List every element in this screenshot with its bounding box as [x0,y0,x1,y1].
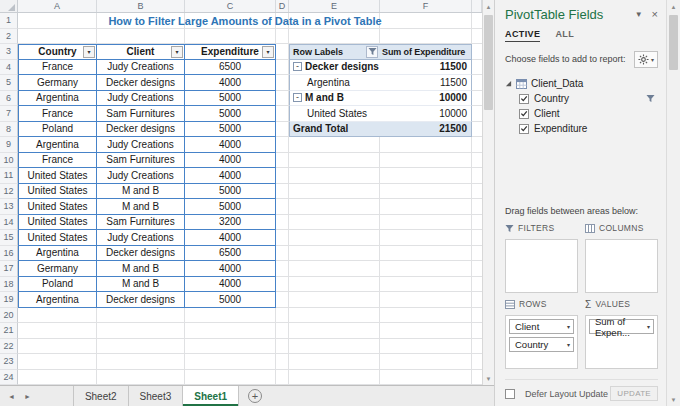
cell-C2[interactable] [185,29,276,45]
close-icon[interactable]: × [652,9,658,20]
cell-A9[interactable]: Argentina [18,137,97,153]
cell-C7[interactable]: 5000 [185,106,276,122]
cell-F8[interactable]: 21500 [380,122,472,138]
table-client-data[interactable]: Client_Data [505,76,658,91]
rows-area[interactable]: Client▾Country▾ [505,315,578,369]
cell-C11[interactable]: 4000 [185,168,276,184]
tab-scroll-left-icon[interactable]: ◄ [8,393,15,400]
cell-A19[interactable]: Argentina [18,292,97,308]
cell-E24[interactable] [289,370,380,386]
cell-D18[interactable] [276,277,289,293]
row-header-8[interactable]: 8 [0,122,18,138]
filters-area[interactable] [505,239,578,293]
scroll-up-icon[interactable]: ▲ [483,0,494,13]
tab-scroll-right-icon[interactable]: ► [24,393,31,400]
cell-E7[interactable]: United States [289,106,380,122]
cell-F4[interactable]: 11500 [380,60,472,76]
cell-A4[interactable]: France [18,60,97,76]
cell-F15[interactable] [380,230,472,246]
cell-E16[interactable] [289,246,380,262]
cell-B9[interactable]: Judy Creations [97,137,185,153]
cell-C18[interactable]: 4000 [185,277,276,293]
cell-C3[interactable]: Expenditure▾ [185,44,276,60]
cell-B22[interactable] [97,339,185,355]
cell-F22[interactable] [380,339,472,355]
cell-E5[interactable]: Argentina [289,75,380,91]
cell-B2[interactable] [97,29,185,45]
cell-D10[interactable] [276,153,289,169]
cell-A3[interactable]: Country▾ [18,44,97,60]
row-header-11[interactable]: 11 [0,168,18,184]
cell-C23[interactable] [185,354,276,370]
filter-dropdown-button[interactable]: ▾ [83,46,95,58]
cell-B20[interactable] [97,308,185,324]
field-item-client[interactable]: Client [505,106,658,121]
sheet-tab-sheet2[interactable]: Sheet2 [73,386,129,406]
cell-A23[interactable] [18,354,97,370]
row-header-7[interactable]: 7 [0,106,18,122]
cell-D16[interactable] [276,246,289,262]
cell-B14[interactable]: Sam Furnitures [97,215,185,231]
row-header-22[interactable]: 22 [0,339,18,355]
cell-A1[interactable] [18,13,97,29]
cell-A6[interactable]: Argentina [18,91,97,107]
cell-F6[interactable]: 10000 [380,91,472,107]
column-header-c[interactable]: C [185,0,276,12]
filter-dropdown-button[interactable]: ▾ [171,46,183,58]
cell-B24[interactable] [97,370,185,386]
cell-D5[interactable] [276,75,289,91]
cell-E8[interactable]: Grand Total [289,122,380,138]
cell-C9[interactable]: 4000 [185,137,276,153]
cell-B15[interactable]: Judy Creations [97,230,185,246]
cell-F3[interactable]: Sum of Expenditure [380,44,472,60]
column-header-a[interactable]: A [18,0,97,12]
cell-A11[interactable]: United States [18,168,97,184]
cell-D4[interactable] [276,60,289,76]
rows-field-country[interactable]: Country▾ [509,337,574,352]
cell-A12[interactable]: United States [18,184,97,200]
cell-A5[interactable]: Germany [18,75,97,91]
cell-C17[interactable]: 4000 [185,261,276,277]
row-header-12[interactable]: 12 [0,184,18,200]
cell-C4[interactable]: 6500 [185,60,276,76]
cell-D20[interactable] [276,308,289,324]
cell-D11[interactable] [276,168,289,184]
select-all-corner[interactable] [0,0,18,12]
cell-B12[interactable]: M and B [97,184,185,200]
row-header-14[interactable]: 14 [0,215,18,231]
cell-D2[interactable] [276,29,289,45]
cell-A21[interactable] [18,323,97,339]
filter-dropdown-button[interactable]: ▾ [262,46,274,58]
cell-A10[interactable]: France [18,153,97,169]
cell-D6[interactable] [276,91,289,107]
cell-D15[interactable] [276,230,289,246]
cell-F23[interactable] [380,354,472,370]
cell-A15[interactable]: United States [18,230,97,246]
collapse-button[interactable]: - [293,62,302,71]
row-header-23[interactable]: 23 [0,354,18,370]
cell-C1[interactable] [185,13,276,29]
cell-D12[interactable] [276,184,289,200]
columns-area[interactable] [585,239,658,293]
cell-B1[interactable] [97,13,185,29]
cell-F10[interactable] [380,153,472,169]
cell-C16[interactable]: 6500 [185,246,276,262]
pivot-filter-icon[interactable] [366,46,378,58]
cell-C20[interactable] [185,308,276,324]
cell-D1[interactable] [276,13,289,29]
cell-B7[interactable]: Sam Furnitures [97,106,185,122]
column-header-d[interactable]: D [276,0,289,12]
cell-F9[interactable] [380,137,472,153]
cell-D21[interactable] [276,323,289,339]
rows-field-client[interactable]: Client▾ [509,319,574,334]
row-header-6[interactable]: 6 [0,91,18,107]
cell-F16[interactable] [380,246,472,262]
cell-E18[interactable] [289,277,380,293]
cell-E4[interactable]: -Decker designs [289,60,380,76]
defer-layout-checkbox[interactable] [505,389,515,399]
row-header-18[interactable]: 18 [0,277,18,293]
cell-A2[interactable] [18,29,97,45]
cell-E1[interactable] [289,13,380,29]
cell-F1[interactable] [380,13,472,29]
sheet-tab-sheet3[interactable]: Sheet3 [129,386,184,406]
